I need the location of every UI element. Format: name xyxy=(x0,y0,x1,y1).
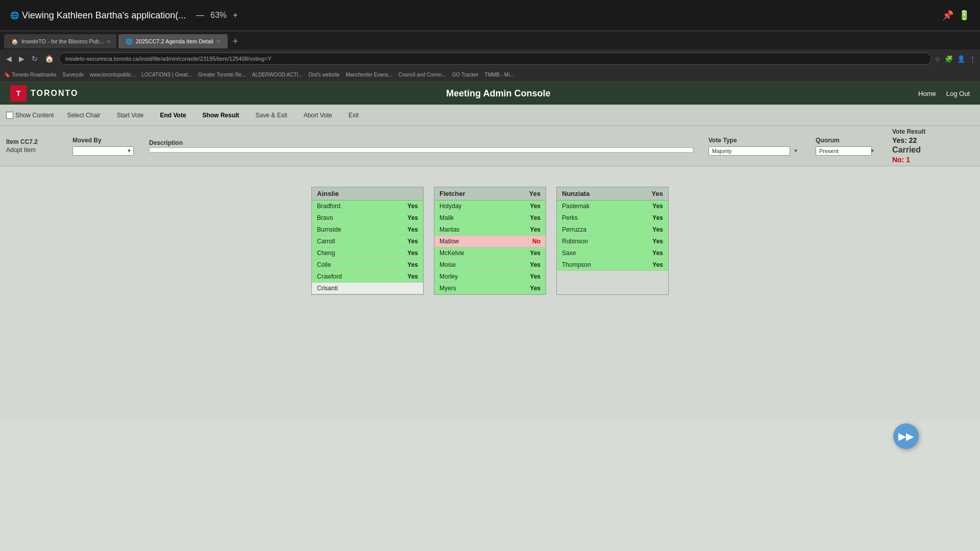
bookmark-torontopublic[interactable]: www.torontopublic... xyxy=(90,72,136,78)
vote-val-1-2: Yes xyxy=(525,224,546,235)
vote-name-0-6: Crawford xyxy=(312,271,402,282)
bookmark-roadmarks[interactable]: 🔖 Toronto Roadmarks xyxy=(4,72,56,78)
pin-icon[interactable]: 📌 xyxy=(942,10,953,21)
vote-type-dropdown[interactable]: Majority xyxy=(708,146,790,156)
address-input[interactable] xyxy=(59,53,932,65)
quorum-label: Quorum xyxy=(816,137,877,144)
bookmark-tmmb[interactable]: TMMB - Mi... xyxy=(485,72,514,78)
vote-name-2-5: Thompson xyxy=(557,259,647,270)
minimize-icon[interactable]: — xyxy=(196,11,204,20)
bookmark-icon[interactable]: ☆ xyxy=(935,55,941,63)
end-vote-button[interactable]: End Vote xyxy=(157,111,189,120)
item-id: Item CC7.2 xyxy=(6,138,57,145)
tab-insideto[interactable]: 🏠 InsedeTO - for the Bloorco Pub... ✕ xyxy=(4,34,116,48)
vote-name-1-5: Moise xyxy=(434,259,525,270)
exit-button[interactable]: Exit xyxy=(346,111,362,120)
battery-icon: 🔋 xyxy=(959,10,970,21)
bookmark-council[interactable]: Council and Comm... xyxy=(398,72,446,78)
vote-row-2-1: PerksYes xyxy=(557,212,668,224)
moved-by-container: Moved By ▼ xyxy=(72,137,134,156)
vote-row-2-3: RobinsonYes xyxy=(557,236,668,247)
vote-row-1-2: MantasYes xyxy=(434,224,546,236)
show-result-button[interactable]: Show Result xyxy=(200,111,242,120)
logo-text: TORONTO xyxy=(31,89,78,98)
vote-val-2-0: Yes xyxy=(647,201,668,212)
dropdown-arrow-vote-type: ▼ xyxy=(793,148,798,154)
abort-vote-button[interactable]: Abort Vote xyxy=(301,111,335,120)
tab-close-0[interactable]: ✕ xyxy=(107,39,111,44)
vote-name-0-2: Burnside xyxy=(312,224,402,235)
select-chair-button[interactable]: Select Chair xyxy=(64,111,103,120)
vote-row-0-5: ColleYes xyxy=(312,259,423,271)
bookmark-manchester[interactable]: Manchester Evans... xyxy=(346,72,392,78)
forward-button[interactable]: ▶ xyxy=(17,54,27,64)
tab-close-1[interactable]: ✕ xyxy=(216,39,220,44)
window-title: Viewing Kathleen Bartha's application(..… xyxy=(22,10,186,21)
vote-val-1-0: Yes xyxy=(525,201,546,212)
home-link[interactable]: Home xyxy=(918,90,936,97)
maximize-icon[interactable]: + xyxy=(233,11,237,20)
vote-name-1-2: Mantas xyxy=(434,224,525,235)
vote-column-header-name-1: Fletcher xyxy=(439,190,529,197)
vote-column-1: FletcherYesHolydayYesMalikYesMantasYesMa… xyxy=(434,187,546,295)
vote-row-0-2: BurnsideYes xyxy=(312,224,423,236)
vote-val-2-3: Yes xyxy=(647,236,668,247)
floating-action-button[interactable]: ▶▶ xyxy=(893,423,919,449)
vote-val-2-2: Yes xyxy=(647,224,668,235)
save-exit-button[interactable]: Save & Exit xyxy=(253,111,290,120)
toolbar: Show Content Select Chair Start Vote End… xyxy=(0,105,980,126)
bookmark-greater-toronto[interactable]: Greater Toronto Re... xyxy=(198,72,246,78)
vote-name-2-1: Perks xyxy=(557,212,647,223)
app-header: T TORONTO Meeting Admin Console Home Log… xyxy=(0,82,980,105)
bookmark-dist[interactable]: Dist's website xyxy=(308,72,339,78)
bookmark-alderwood[interactable]: ALDERWOOD ACTI... xyxy=(252,72,303,78)
vote-column-header-1: FletcherYes xyxy=(434,187,546,201)
start-vote-button[interactable]: Start Vote xyxy=(114,111,147,120)
menu-icon[interactable]: ⋮ xyxy=(969,55,976,63)
show-content-checkbox[interactable] xyxy=(6,112,13,119)
extensions-icon[interactable]: 🧩 xyxy=(945,55,953,63)
description-label: Description xyxy=(149,139,693,146)
toronto-logo: T TORONTO xyxy=(10,85,78,102)
vote-column-0: AinslieBradfordYesBravoYesBurnsideYesCar… xyxy=(311,187,424,295)
vote-name-1-7: Myers xyxy=(434,283,525,294)
main-content: AinslieBradfordYesBravoYesBurnsideYesCar… xyxy=(0,166,980,421)
vote-val-1-4: Yes xyxy=(525,247,546,259)
vote-row-0-6: CrawfordYes xyxy=(312,271,423,283)
app-container: T TORONTO Meeting Admin Console Home Log… xyxy=(0,82,980,551)
vote-val-1-5: Yes xyxy=(525,259,546,270)
vote-name-0-5: Colle xyxy=(312,259,402,270)
bookmark-survey[interactable]: Surveydx xyxy=(62,72,84,78)
zoom-level: 63% xyxy=(210,11,227,20)
vote-column-header-2: NunziataYes xyxy=(557,187,668,201)
quorum-dropdown[interactable]: Present xyxy=(816,146,872,156)
reload-button[interactable]: ↻ xyxy=(30,54,40,64)
vote-row-1-3: MatlowNo xyxy=(434,236,546,247)
vote-val-2-4: Yes xyxy=(647,247,668,259)
vote-val-2-1: Yes xyxy=(647,212,668,223)
vote-row-2-0: PasternakYes xyxy=(557,201,668,212)
back-button[interactable]: ◀ xyxy=(4,54,14,64)
vote-name-1-3: Matlow xyxy=(434,236,527,247)
home-button[interactable]: 🏠 xyxy=(43,54,56,64)
vote-column-header-name-0: Ainslie xyxy=(317,190,418,197)
bookmark-locations[interactable]: LOCATIONS | Great... xyxy=(141,72,192,78)
vote-val-0-0: Yes xyxy=(402,201,423,212)
vote-val-1-3: No xyxy=(527,236,546,247)
vote-type-label: Vote Type xyxy=(708,137,800,144)
vote-tables: AinslieBradfordYesBravoYesBurnsideYesCar… xyxy=(20,187,960,295)
vote-name-0-4: Cheng xyxy=(312,247,402,259)
moved-by-dropdown[interactable] xyxy=(72,146,134,156)
description-field[interactable] xyxy=(149,147,693,153)
show-content-item[interactable]: Show Content xyxy=(6,112,54,119)
tab-agenda[interactable]: 🌐 2025CC7.2 Agenda Item Detail ✕ xyxy=(118,34,228,48)
new-tab-button[interactable]: + xyxy=(230,36,241,47)
bookmark-icon-0: 🔖 xyxy=(4,72,10,78)
app-title: Meeting Admin Console xyxy=(78,88,918,99)
logout-link[interactable]: Log Out xyxy=(946,90,970,97)
profile-icon[interactable]: 👤 xyxy=(957,55,965,63)
vote-name-0-1: Bravo xyxy=(312,212,402,223)
vote-row-0-0: BradfordYes xyxy=(312,201,423,212)
bookmark-go-tracker[interactable]: GO Tracker xyxy=(452,72,479,78)
vote-result-container: Vote Result Yes: 22 Carried No: 1 xyxy=(892,128,974,164)
